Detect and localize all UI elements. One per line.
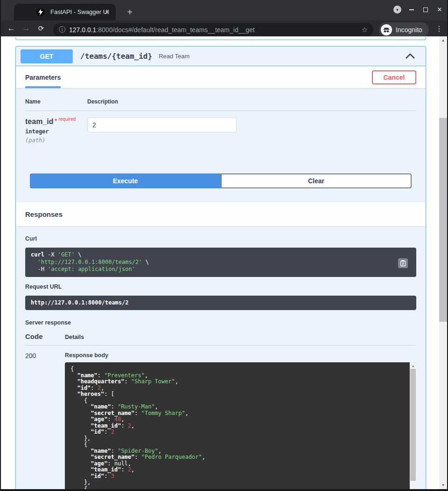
- endpoint-summary: Read Team: [159, 53, 189, 60]
- parameters-table-header: Name Description: [25, 88, 416, 111]
- parameter-location: (path): [25, 137, 87, 144]
- response-table-header: Code Details: [25, 332, 416, 346]
- incognito-label: Incognito: [396, 26, 422, 34]
- parameter-name: team_id: [25, 118, 53, 125]
- swagger-page: GET /teams/{team_id} Read Team Parameter…: [0, 36, 440, 491]
- url-text: 127.0.0.1:8000/docs#/default/read_team_t…: [69, 26, 358, 34]
- collapse-chevron-icon[interactable]: [405, 53, 415, 59]
- minimize-icon: [409, 9, 414, 10]
- response-body-label: Response body: [65, 352, 416, 359]
- parameter-value-cell: [87, 118, 237, 150]
- responses-title: Responses: [25, 210, 63, 218]
- browser-toolbar: ← → ⟳ ⓘ 127.0.0.1:8000/docs#/default/rea…: [0, 21, 448, 36]
- window-controls: ▾ ✕: [393, 6, 443, 14]
- close-window-button[interactable]: ✕: [436, 6, 443, 14]
- team-id-input[interactable]: [87, 118, 237, 132]
- opblock-get-teams: GET /teams/{team_id} Read Team Parameter…: [15, 46, 426, 491]
- page-scroll-up-icon[interactable]: ▲: [439, 38, 447, 42]
- tab-parameters[interactable]: Parameters: [25, 66, 61, 88]
- responses-section: Curl curl -X 'GET' \ 'http://127.0.0.1:8…: [16, 226, 426, 491]
- response-body-scroll-thumb[interactable]: [410, 369, 416, 481]
- url-path: :8000/docs#/default/read_team_teams__tea…: [96, 26, 254, 34]
- column-header-description: Description: [87, 98, 118, 105]
- request-url-block: http://127.0.0.1:8000/teams/2: [25, 296, 416, 311]
- reload-button[interactable]: ⟳: [35, 22, 48, 35]
- column-header-code: Code: [25, 332, 65, 340]
- response-details-cell: Response body ▲ { "name": "Preventers", …: [65, 352, 416, 491]
- response-row-200: 200 Response body ▲ { "name": "Preventer…: [25, 346, 416, 491]
- page-scroll-thumb[interactable]: [439, 118, 447, 322]
- parameter-type: integer: [25, 128, 87, 135]
- window-frame-bottom: [0, 489, 448, 491]
- maximize-button[interactable]: [422, 6, 429, 14]
- method-badge[interactable]: GET: [21, 49, 73, 63]
- tab-title: FastAPI - Swagger UI: [50, 8, 109, 15]
- status-code: 200: [25, 352, 65, 491]
- tab-close-icon[interactable]: ✕: [103, 8, 111, 16]
- column-header-name: Name: [25, 98, 87, 105]
- copy-to-clipboard-button[interactable]: [398, 258, 408, 268]
- required-label: required: [59, 117, 76, 122]
- responses-header-band: Responses: [16, 202, 426, 226]
- browser-menu-icon[interactable]: ⋮: [434, 23, 444, 34]
- new-tab-button[interactable]: +: [123, 6, 136, 19]
- site-info-icon[interactable]: ⓘ: [59, 26, 65, 34]
- required-asterisk: *: [54, 118, 57, 125]
- url-bar[interactable]: ⓘ 127.0.0.1:8000/docs#/default/read_team…: [53, 23, 373, 37]
- parameters-header-band: Parameters Cancel: [16, 66, 426, 88]
- url-host: 127.0.0.1: [69, 26, 96, 34]
- incognito-icon: [381, 24, 392, 35]
- browser-window: FastAPI - Swagger UI ✕ + ▾ ✕ ← → ⟳ ⓘ 127…: [0, 0, 448, 491]
- previous-opblock-bottom: [15, 37, 426, 40]
- opblock-header[interactable]: GET /teams/{team_id} Read Team: [16, 47, 426, 66]
- response-body-scrollbar[interactable]: ▲: [410, 362, 416, 491]
- parameters-tab-label: Parameters: [25, 74, 61, 81]
- window-frame-left: [0, 0, 1, 491]
- execute-row: Execute Clear: [30, 173, 412, 188]
- parameters-table: Name Description team_id*required intege…: [16, 88, 426, 202]
- back-button[interactable]: ←: [5, 22, 18, 35]
- bookmark-star-icon[interactable]: ☆: [362, 26, 368, 34]
- page-scroll-down-icon[interactable]: ▼: [439, 483, 447, 487]
- endpoint-path: /teams/{team_id}: [80, 52, 152, 61]
- lightning-bolt-icon: [38, 9, 43, 15]
- parameter-row-team-id: team_id*required integer (path): [25, 111, 416, 150]
- fastapi-favicon-icon: [36, 8, 45, 16]
- tab-strip: FastAPI - Swagger UI ✕ + ▾ ✕: [0, 0, 448, 21]
- forward-button[interactable]: →: [20, 22, 33, 35]
- minimize-button[interactable]: [408, 6, 415, 14]
- clear-button[interactable]: Clear: [221, 173, 412, 188]
- browser-tab[interactable]: FastAPI - Swagger UI ✕: [14, 4, 116, 21]
- parameter-name-cell: team_id*required integer (path): [25, 118, 87, 150]
- curl-label: Curl: [25, 235, 416, 242]
- window-menu-icon[interactable]: ▾: [393, 6, 401, 14]
- page-scrollbar[interactable]: ▲ ▼: [439, 36, 447, 489]
- curl-command-block: curl -X 'GET' \ 'http://127.0.0.1:8000/t…: [25, 248, 416, 277]
- column-header-details: Details: [65, 334, 84, 340]
- cancel-button[interactable]: Cancel: [372, 70, 416, 84]
- response-body-block: ▲ { "name": "Preventers", "headquarters"…: [65, 362, 416, 491]
- execute-button[interactable]: Execute: [30, 173, 221, 188]
- incognito-badge: Incognito: [379, 22, 429, 37]
- request-url-label: Request URL: [25, 284, 416, 290]
- maximize-icon: [423, 7, 428, 12]
- server-response-label: Server response: [25, 319, 416, 326]
- spacer: [25, 188, 416, 202]
